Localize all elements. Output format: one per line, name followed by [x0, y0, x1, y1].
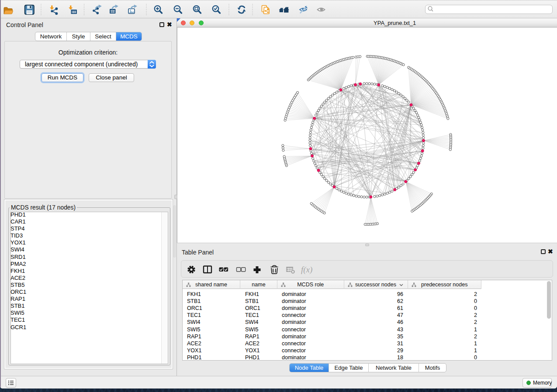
svg-text:f(x): f(x) — [301, 265, 312, 275]
